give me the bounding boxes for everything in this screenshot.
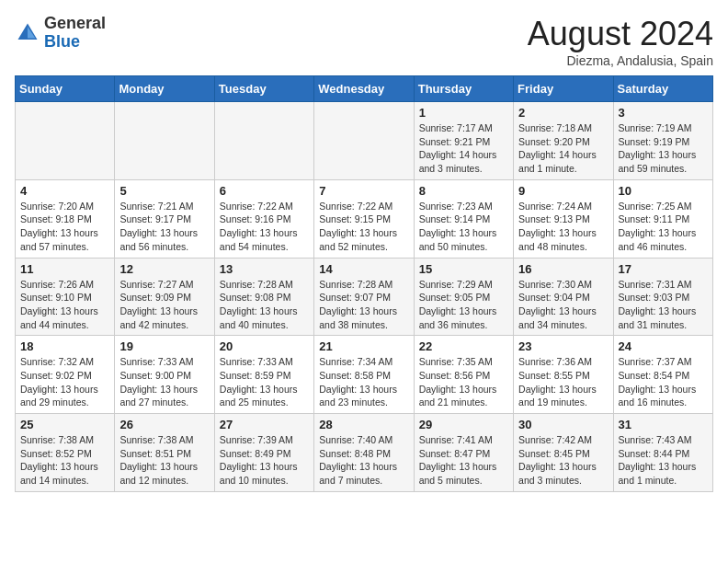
day-content: Sunrise: 7:27 AM Sunset: 9:09 PM Dayligh… [119,278,209,332]
day-content: Sunrise: 7:30 AM Sunset: 9:04 PM Dayligh… [518,278,608,332]
day-content: Sunrise: 7:31 AM Sunset: 9:03 PM Dayligh… [619,278,708,332]
day-number: 27 [220,418,309,431]
day-content: Sunrise: 7:22 AM Sunset: 9:16 PM Dayligh… [220,200,309,254]
calendar-cell: 23Sunrise: 7:36 AM Sunset: 8:55 PM Dayli… [514,336,613,414]
weekday-saturday: Saturday [613,76,712,102]
calendar-cell [214,102,313,180]
logo-general-text: General [44,15,106,33]
day-content: Sunrise: 7:40 AM Sunset: 8:48 PM Dayligh… [319,433,408,488]
calendar-header: SundayMondayTuesdayWednesdayThursdayFrid… [16,76,713,102]
day-content: Sunrise: 7:23 AM Sunset: 9:14 PM Dayligh… [419,200,508,254]
calendar-cell: 9Sunrise: 7:24 AM Sunset: 9:13 PM Daylig… [514,179,613,258]
day-number: 20 [220,339,309,353]
calendar-cell: 6Sunrise: 7:22 AM Sunset: 9:16 PM Daylig… [214,179,313,258]
weekday-wednesday: Wednesday [314,76,414,102]
day-content: Sunrise: 7:26 AM Sunset: 9:10 PM Dayligh… [20,278,109,332]
day-content: Sunrise: 7:20 AM Sunset: 9:18 PM Dayligh… [20,200,109,254]
day-number: 10 [619,184,708,198]
calendar-cell: 19Sunrise: 7:33 AM Sunset: 9:00 PM Dayli… [115,336,214,414]
logo-icon [15,20,40,46]
calendar-cell: 26Sunrise: 7:38 AM Sunset: 8:51 PM Dayli… [115,414,214,492]
day-content: Sunrise: 7:17 AM Sunset: 9:21 PM Dayligh… [419,121,508,176]
day-number: 28 [319,418,408,431]
day-content: Sunrise: 7:25 AM Sunset: 9:11 PM Dayligh… [619,200,708,254]
calendar-cell: 5Sunrise: 7:21 AM Sunset: 9:17 PM Daylig… [115,179,214,258]
calendar-cell: 17Sunrise: 7:31 AM Sunset: 9:03 PM Dayli… [613,258,712,336]
month-title: August 2024 [528,15,713,53]
calendar-week-4: 18Sunrise: 7:32 AM Sunset: 9:02 PM Dayli… [16,336,713,414]
calendar-week-5: 25Sunrise: 7:38 AM Sunset: 8:52 PM Dayli… [16,414,713,492]
calendar-week-2: 4Sunrise: 7:20 AM Sunset: 9:18 PM Daylig… [16,179,713,258]
day-content: Sunrise: 7:28 AM Sunset: 9:08 PM Dayligh… [220,278,309,332]
day-content: Sunrise: 7:43 AM Sunset: 8:44 PM Dayligh… [619,433,708,488]
day-content: Sunrise: 7:33 AM Sunset: 9:00 PM Dayligh… [119,355,209,409]
calendar-cell [314,102,414,180]
calendar-cell: 18Sunrise: 7:32 AM Sunset: 9:02 PM Dayli… [16,336,115,414]
calendar-cell: 15Sunrise: 7:29 AM Sunset: 9:05 PM Dayli… [414,258,513,336]
day-content: Sunrise: 7:19 AM Sunset: 9:19 PM Dayligh… [619,121,708,176]
day-content: Sunrise: 7:29 AM Sunset: 9:05 PM Dayligh… [419,278,508,332]
calendar-cell: 20Sunrise: 7:33 AM Sunset: 8:59 PM Dayli… [214,336,313,414]
day-number: 17 [619,262,708,276]
calendar-cell: 29Sunrise: 7:41 AM Sunset: 8:47 PM Dayli… [414,414,513,492]
day-content: Sunrise: 7:33 AM Sunset: 8:59 PM Dayligh… [220,355,309,409]
calendar-week-3: 11Sunrise: 7:26 AM Sunset: 9:10 PM Dayli… [16,258,713,336]
day-number: 12 [119,262,209,276]
day-number: 15 [419,262,508,276]
day-number: 9 [518,184,608,198]
day-number: 19 [119,339,209,353]
weekday-sunday: Sunday [16,76,115,102]
day-content: Sunrise: 7:24 AM Sunset: 9:13 PM Dayligh… [518,200,608,254]
calendar-cell: 30Sunrise: 7:42 AM Sunset: 8:45 PM Dayli… [514,414,613,492]
calendar-cell: 11Sunrise: 7:26 AM Sunset: 9:10 PM Dayli… [16,258,115,336]
day-number: 4 [20,184,109,198]
day-number: 18 [20,339,109,353]
day-content: Sunrise: 7:22 AM Sunset: 9:15 PM Dayligh… [319,200,408,254]
calendar-cell: 16Sunrise: 7:30 AM Sunset: 9:04 PM Dayli… [514,258,613,336]
location-subtitle: Diezma, Andalusia, Spain [528,53,713,68]
day-number: 1 [419,106,508,120]
day-number: 8 [419,184,508,198]
day-number: 7 [319,184,408,198]
day-content: Sunrise: 7:34 AM Sunset: 8:58 PM Dayligh… [319,355,408,409]
day-content: Sunrise: 7:21 AM Sunset: 9:17 PM Dayligh… [119,200,209,254]
day-number: 3 [619,106,708,120]
calendar-cell: 12Sunrise: 7:27 AM Sunset: 9:09 PM Dayli… [115,258,214,336]
day-number: 21 [319,339,408,353]
day-number: 29 [419,418,508,431]
day-content: Sunrise: 7:35 AM Sunset: 8:56 PM Dayligh… [419,355,508,409]
day-number: 22 [419,339,508,353]
day-content: Sunrise: 7:39 AM Sunset: 8:49 PM Dayligh… [220,433,309,488]
calendar-cell: 24Sunrise: 7:37 AM Sunset: 8:54 PM Dayli… [613,336,712,414]
calendar-cell: 7Sunrise: 7:22 AM Sunset: 9:15 PM Daylig… [314,179,414,258]
title-block: August 2024 Diezma, Andalusia, Spain [528,15,713,68]
calendar-cell: 4Sunrise: 7:20 AM Sunset: 9:18 PM Daylig… [16,179,115,258]
calendar-cell: 14Sunrise: 7:28 AM Sunset: 9:07 PM Dayli… [314,258,414,336]
day-number: 16 [518,262,608,276]
calendar-cell: 31Sunrise: 7:43 AM Sunset: 8:44 PM Dayli… [613,414,712,492]
calendar-body: 1Sunrise: 7:17 AM Sunset: 9:21 PM Daylig… [16,102,713,492]
day-content: Sunrise: 7:38 AM Sunset: 8:52 PM Dayligh… [20,433,109,488]
day-content: Sunrise: 7:38 AM Sunset: 8:51 PM Dayligh… [119,433,209,488]
day-content: Sunrise: 7:37 AM Sunset: 8:54 PM Dayligh… [619,355,708,409]
logo: General Blue [15,15,106,52]
day-number: 23 [518,339,608,353]
day-content: Sunrise: 7:28 AM Sunset: 9:07 PM Dayligh… [319,278,408,332]
weekday-monday: Monday [115,76,214,102]
calendar-cell: 10Sunrise: 7:25 AM Sunset: 9:11 PM Dayli… [613,179,712,258]
day-number: 2 [518,106,608,120]
day-number: 31 [619,418,708,431]
day-number: 14 [319,262,408,276]
day-number: 6 [220,184,309,198]
day-number: 5 [119,184,209,198]
page-header: General Blue August 2024 Diezma, Andalus… [15,15,713,68]
day-content: Sunrise: 7:42 AM Sunset: 8:45 PM Dayligh… [518,433,608,488]
day-content: Sunrise: 7:36 AM Sunset: 8:55 PM Dayligh… [518,355,608,409]
calendar-cell: 27Sunrise: 7:39 AM Sunset: 8:49 PM Dayli… [214,414,313,492]
calendar-cell: 28Sunrise: 7:40 AM Sunset: 8:48 PM Dayli… [314,414,414,492]
calendar-cell: 8Sunrise: 7:23 AM Sunset: 9:14 PM Daylig… [414,179,513,258]
calendar-cell: 21Sunrise: 7:34 AM Sunset: 8:58 PM Dayli… [314,336,414,414]
calendar-cell: 3Sunrise: 7:19 AM Sunset: 9:19 PM Daylig… [613,102,712,180]
day-number: 30 [518,418,608,431]
weekday-header-row: SundayMondayTuesdayWednesdayThursdayFrid… [16,76,713,102]
